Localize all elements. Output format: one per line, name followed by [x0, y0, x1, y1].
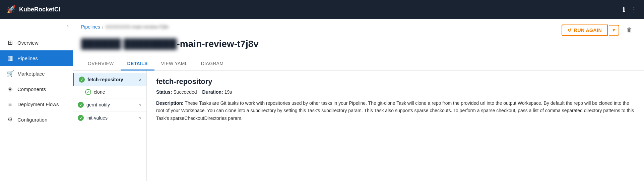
task-detail-title: fetch-repository: [156, 77, 635, 86]
task-sub-clone[interactable]: clone: [73, 86, 146, 98]
sidebar-item-components[interactable]: ◈ Components: [0, 81, 73, 97]
header-left: 🚀 KubeRocketCI: [7, 5, 60, 14]
status-icon-fetch-repository: [79, 77, 85, 83]
task-detail-meta: Status: Succeeded Duration: 19s: [156, 89, 635, 95]
description-text: These Tasks are Git tasks to work with r…: [156, 100, 634, 121]
description-label: Description:: [156, 100, 184, 106]
app-logo-icon: 🚀: [7, 5, 16, 14]
task-item-left-init: init-values: [78, 115, 108, 121]
sidebar-item-configuration[interactable]: ⚙ Configuration: [0, 112, 73, 127]
tab-details[interactable]: DETAILS: [121, 57, 154, 71]
tab-overview[interactable]: OVERVIEW: [81, 57, 121, 71]
page-title-blurred: ██████ ████████: [81, 39, 177, 49]
duration-label: Duration:: [202, 89, 223, 95]
menu-icon[interactable]: ⋮: [631, 5, 637, 13]
task-item-left-gerrit: gerrit-notify: [78, 102, 110, 108]
info-icon[interactable]: ℹ: [623, 5, 625, 13]
status-icon-clone: [85, 89, 91, 95]
configuration-icon: ⚙: [7, 116, 13, 123]
breadcrumb: Pipelines / XXXXXXXX-main-review-t7j8v: [81, 24, 169, 30]
sidebar-item-overview[interactable]: ⊞ Overview: [0, 35, 73, 50]
task-detail-panel: fetch-repository Status: Succeeded Durat…: [147, 71, 644, 181]
task-name-init-values: init-values: [86, 115, 108, 121]
deployment-flows-icon: ≡: [7, 101, 13, 108]
task-list-panel: fetch-repository ∧ clone gerrit-notify: [73, 71, 147, 181]
components-icon: ◈: [7, 85, 13, 93]
duration-value: 19s: [224, 89, 232, 95]
sidebar-item-label: Deployment Flows: [17, 101, 59, 107]
tab-view-yaml[interactable]: VIEW YAML: [154, 57, 194, 71]
sidebar-nav: ⊞ Overview ▦ Pipelines 🛒 Marketplace ◈ C…: [0, 32, 73, 181]
chevron-down-icon-init: ∨: [139, 116, 142, 120]
sidebar-item-deployment-flows[interactable]: ≡ Deployment Flows: [0, 97, 73, 112]
sidebar-item-pipelines[interactable]: ▦ Pipelines: [0, 50, 73, 66]
collapse-icon: ‹: [67, 23, 69, 28]
breadcrumb-pipelines-link[interactable]: Pipelines: [81, 24, 100, 30]
status-value: Succeeded: [173, 89, 197, 95]
tab-diagram[interactable]: DIAGRAM: [194, 57, 230, 71]
meta-duration: Duration: 19s: [202, 89, 232, 95]
run-again-button[interactable]: ↺ RUN AGAIN: [562, 25, 608, 36]
task-group-fetch-repository: fetch-repository ∧ clone: [73, 73, 146, 98]
run-again-label: RUN AGAIN: [574, 28, 602, 33]
main-content: Pipelines / XXXXXXXX-main-review-t7j8v ↺…: [73, 19, 644, 181]
breadcrumb-separator: /: [102, 24, 104, 30]
sidebar-collapse-button[interactable]: ‹: [0, 19, 73, 32]
task-name-gerrit-notify: gerrit-notify: [86, 102, 110, 107]
task-header-left: fetch-repository: [79, 77, 123, 83]
main-layout: ‹ ⊞ Overview ▦ Pipelines 🛒 Marketplace ◈…: [0, 19, 644, 181]
task-row-gerrit-notify[interactable]: gerrit-notify ∨: [73, 98, 146, 111]
pipelines-icon: ▦: [7, 54, 13, 62]
task-detail-description: Description: These Tasks are Git tasks t…: [156, 99, 635, 122]
header-right: ℹ ⋮: [623, 5, 637, 13]
app-title: KubeRocketCI: [19, 6, 60, 13]
status-label: Status:: [156, 89, 172, 95]
task-header-fetch-repository[interactable]: fetch-repository ∧: [73, 73, 146, 86]
sidebar-item-label: Pipelines: [17, 55, 38, 61]
delete-button[interactable]: 🗑: [623, 24, 636, 36]
top-bar: Pipelines / XXXXXXXX-main-review-t7j8v ↺…: [73, 19, 644, 36]
overview-icon: ⊞: [7, 39, 13, 46]
sidebar-item-label: Marketplace: [17, 71, 45, 77]
run-again-dropdown-button[interactable]: ▼: [609, 25, 619, 36]
chevron-up-icon: ∧: [139, 77, 142, 82]
marketplace-icon: 🛒: [7, 70, 13, 77]
task-sub-name-clone: clone: [94, 89, 105, 95]
sidebar-item-label: Overview: [17, 40, 39, 46]
breadcrumb-current: XXXXXXXX-main-review-t7j8v: [106, 24, 169, 30]
task-name-fetch-repository: fetch-repository: [87, 77, 123, 82]
app-header: 🚀 KubeRocketCI ℹ ⋮: [0, 0, 644, 19]
sidebar: ‹ ⊞ Overview ▦ Pipelines 🛒 Marketplace ◈…: [0, 19, 73, 181]
sidebar-item-marketplace[interactable]: 🛒 Marketplace: [0, 66, 73, 81]
sidebar-item-label: Configuration: [17, 117, 47, 123]
page-title-area: ██████ ████████-main-review-t7j8v: [73, 36, 644, 49]
sidebar-item-label: Components: [17, 86, 46, 92]
delete-icon: 🗑: [627, 27, 633, 33]
content-body: fetch-repository ∧ clone gerrit-notify: [73, 71, 644, 181]
dropdown-icon: ▼: [612, 28, 616, 33]
page-title: ██████ ████████-main-review-t7j8v: [81, 39, 636, 49]
task-row-init-values[interactable]: init-values ∨: [73, 111, 146, 124]
meta-status: Status: Succeeded: [156, 89, 197, 95]
tabs-bar: OVERVIEW DETAILS VIEW YAML DIAGRAM: [73, 52, 644, 71]
status-icon-init-values: [78, 115, 84, 121]
run-again-icon: ↺: [568, 28, 572, 33]
status-icon-gerrit-notify: [78, 102, 84, 108]
page-title-suffix: -main-review-t7j8v: [177, 39, 259, 49]
chevron-down-icon-gerrit: ∨: [139, 102, 142, 107]
action-buttons: ↺ RUN AGAIN ▼ 🗑: [562, 24, 636, 36]
